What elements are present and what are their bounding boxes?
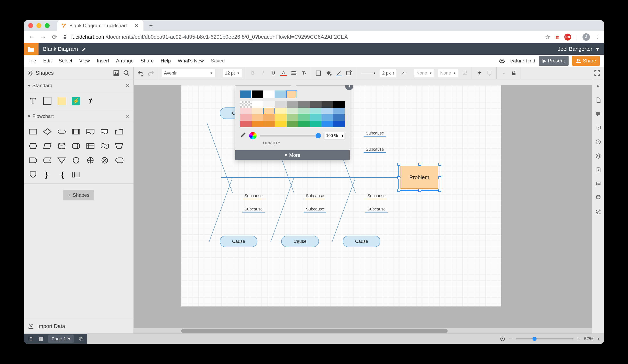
data-link-icon[interactable]: [595, 195, 601, 200]
palette-swatch[interactable]: [333, 121, 345, 127]
palette-swatch[interactable]: [287, 101, 298, 108]
menu-select[interactable]: Select: [59, 58, 72, 64]
decision-shape[interactable]: [42, 126, 53, 137]
subcause-label[interactable]: Subcause: [242, 207, 265, 213]
brace-left-shape[interactable]: ≡{: [57, 170, 67, 180]
card-shape[interactable]: [71, 170, 81, 180]
palette-swatch[interactable]: [310, 121, 321, 127]
zoom-level[interactable]: 57%: [584, 336, 593, 342]
page-icon[interactable]: [595, 167, 601, 173]
recent-swatch[interactable]: [286, 90, 297, 98]
zoom-mode-button[interactable]: [500, 336, 505, 342]
layers-icon[interactable]: [595, 153, 601, 159]
summing-shape[interactable]: [100, 155, 110, 165]
palette-swatch[interactable]: [287, 108, 298, 114]
shape-options-button[interactable]: [346, 70, 352, 76]
close-library-button[interactable]: ×: [126, 113, 129, 120]
library-flowchart-header[interactable]: ▾ Flowchart ×: [24, 110, 133, 123]
url-field[interactable]: lucidchart.com/documents/edit/db0dca91-a…: [62, 34, 541, 40]
fontsize-select[interactable]: 12 pt▼: [223, 69, 242, 77]
internal-storage-shape[interactable]: [85, 141, 95, 151]
opacity-input[interactable]: 100 %▴▾: [324, 132, 345, 139]
resize-handle[interactable]: [438, 176, 441, 179]
recent-swatch[interactable]: [240, 90, 251, 98]
subcause-label[interactable]: Subcause: [364, 147, 386, 153]
resize-handle[interactable]: [418, 189, 421, 192]
adblock-icon[interactable]: ABP: [564, 34, 571, 41]
spine-line[interactable]: [221, 177, 400, 178]
zoom-out-button[interactable]: −: [509, 336, 512, 342]
menu-file[interactable]: File: [28, 58, 36, 64]
palette-swatch[interactable]: [240, 108, 252, 114]
palette-swatch[interactable]: [298, 114, 310, 121]
subcause-label[interactable]: Subcause: [304, 207, 326, 213]
preparation-shape[interactable]: [28, 141, 38, 151]
palette-swatch[interactable]: [240, 121, 252, 127]
palette-swatch[interactable]: [333, 114, 345, 121]
close-window-button[interactable]: [28, 23, 33, 28]
eyedropper-button[interactable]: [240, 132, 246, 139]
display-shape[interactable]: [114, 155, 124, 165]
grid-view-button[interactable]: [38, 336, 43, 342]
bold-button[interactable]: B: [250, 70, 256, 76]
menu-view[interactable]: View: [79, 58, 90, 64]
connector-shape[interactable]: [71, 155, 81, 165]
or-shape[interactable]: [85, 155, 95, 165]
profile-avatar[interactable]: J: [582, 33, 590, 41]
manual-op-shape[interactable]: [114, 141, 124, 151]
resize-handle[interactable]: [418, 163, 421, 166]
forward-button[interactable]: →: [39, 33, 47, 41]
zoom-slider-handle[interactable]: [533, 337, 537, 341]
close-tab-button[interactable]: ×: [133, 22, 140, 29]
palette-swatch[interactable]: [333, 101, 345, 108]
presentation-icon[interactable]: [595, 125, 601, 131]
text-options-button[interactable]: T▾: [301, 70, 308, 76]
palette-swatch[interactable]: [240, 101, 252, 108]
line-width-select[interactable]: 2 px▴▾: [380, 69, 396, 77]
palette-swatch[interactable]: [321, 108, 333, 114]
subcause-label[interactable]: Subcause: [304, 193, 326, 199]
palette-swatch[interactable]: [321, 114, 333, 121]
recent-swatch[interactable]: [263, 90, 274, 98]
stored-data-shape[interactable]: [42, 155, 53, 165]
undo-button[interactable]: [137, 70, 144, 76]
align-button[interactable]: [291, 70, 297, 76]
offpage-shape[interactable]: [28, 170, 38, 180]
shapes-panel-button[interactable]: Shapes: [27, 70, 54, 76]
menu-whatsnew[interactable]: What's New: [178, 58, 204, 64]
palette-swatch[interactable]: [275, 121, 287, 127]
magic-icon[interactable]: [595, 209, 601, 214]
branch-line[interactable]: [332, 177, 356, 242]
font-select[interactable]: Avenir▼: [162, 69, 215, 77]
lock-button[interactable]: [511, 70, 517, 76]
palette-swatch[interactable]: [298, 121, 310, 127]
comment-icon[interactable]: [595, 111, 601, 117]
share-button[interactable]: Share: [572, 56, 600, 66]
cause-box[interactable]: Cause: [343, 236, 380, 247]
palette-swatch[interactable]: [298, 108, 310, 114]
present-button[interactable]: ▶ Present: [539, 56, 568, 66]
resize-handle[interactable]: [397, 189, 400, 192]
maximize-window-button[interactable]: [45, 23, 50, 28]
palette-swatch[interactable]: [275, 108, 287, 114]
extension-icon[interactable]: ▦: [555, 35, 559, 40]
back-button[interactable]: ←: [28, 33, 35, 41]
image-icon[interactable]: [113, 70, 119, 76]
data-shape[interactable]: [42, 141, 53, 151]
browser-tab[interactable]: Blank Diagram: Lucidchart ×: [57, 20, 144, 31]
collapse-rail-button[interactable]: «: [597, 82, 600, 89]
library-standard-header[interactable]: ▾ Standard ×: [24, 79, 133, 92]
recent-swatch[interactable]: [275, 90, 286, 98]
resize-handle[interactable]: [438, 189, 441, 192]
new-tab-button[interactable]: +: [146, 22, 157, 29]
palette-swatch[interactable]: [263, 114, 275, 121]
resize-handle[interactable]: [438, 163, 441, 166]
block-shape[interactable]: [42, 96, 53, 106]
note-shape[interactable]: [57, 96, 67, 106]
line-shape[interactable]: ↗: [85, 96, 95, 106]
palette-swatch[interactable]: [310, 108, 321, 114]
fullscreen-button[interactable]: [594, 70, 601, 76]
branch-line[interactable]: [209, 177, 233, 242]
minimize-window-button[interactable]: [36, 23, 41, 28]
palette-swatch[interactable]: [252, 121, 264, 127]
